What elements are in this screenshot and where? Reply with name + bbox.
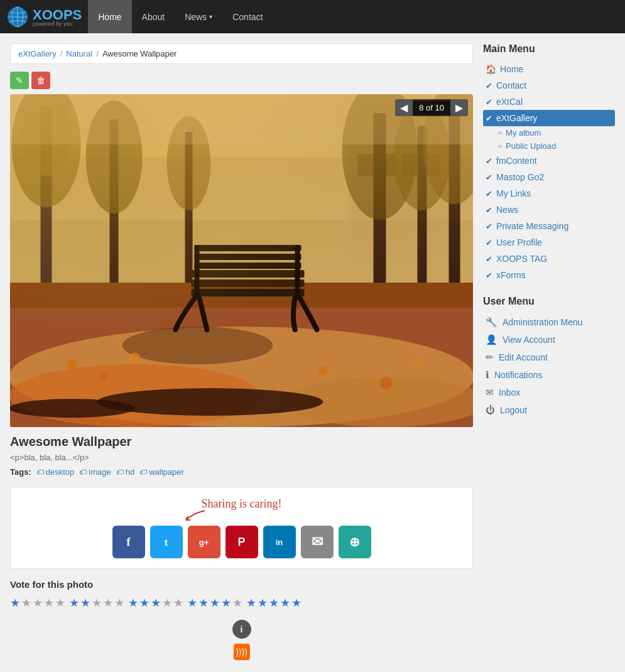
nav-contact[interactable]: Contact	[222, 0, 273, 33]
menu-label-mastop: Mastop Go2	[496, 172, 544, 182]
tag-image[interactable]: 🏷 image	[79, 467, 111, 477]
next-image-button[interactable]: ▶	[450, 99, 468, 116]
sub-item-myalbum[interactable]: ○ My album	[496, 126, 615, 139]
star-5-1[interactable]: ★	[246, 596, 256, 610]
user-menu-notifications[interactable]: ℹ Notifications	[483, 366, 615, 384]
breadcrumb-natural[interactable]: Natural	[66, 49, 92, 58]
menu-item-mylinks[interactable]: ✔ My Links	[483, 185, 615, 202]
star-2-4[interactable]: ★	[103, 596, 113, 610]
photo-info: Awesome Wallpaper <p>bla, bla, bla...</p…	[10, 435, 473, 477]
info-button[interactable]: i	[232, 620, 251, 639]
star-group-5: ★ ★ ★ ★ ★	[246, 596, 302, 610]
star-3-5[interactable]: ★	[173, 596, 183, 610]
user-menu-viewaccount[interactable]: 👤 View Account	[483, 331, 615, 349]
user-menu-logout[interactable]: ⏻ Logout	[483, 401, 615, 418]
edit-button[interactable]: ✎	[10, 72, 29, 89]
menu-item-xforms[interactable]: ✔ xForms	[483, 267, 615, 283]
svg-rect-19	[374, 113, 386, 314]
prev-image-button[interactable]: ◀	[395, 99, 413, 116]
share-more-button[interactable]: ⊕	[339, 526, 371, 558]
user-menu-list: 🔧 Administration Menu 👤 View Account ✏ E…	[483, 313, 615, 418]
share-twitter-button[interactable]: t	[150, 526, 183, 558]
home-icon: 🏠	[486, 64, 496, 74]
star-4-3[interactable]: ★	[210, 596, 220, 610]
star-3-4[interactable]: ★	[162, 596, 172, 610]
star-3-3[interactable]: ★	[151, 596, 161, 610]
star-4-5[interactable]: ★	[232, 596, 242, 610]
nav-news[interactable]: News ▾	[175, 0, 222, 33]
nav-about[interactable]: About	[132, 0, 175, 33]
nav-home[interactable]: Home	[88, 0, 131, 33]
share-email-button[interactable]: ✉	[301, 526, 334, 558]
star-1-2[interactable]: ★	[21, 596, 31, 610]
star-5-2[interactable]: ★	[258, 596, 268, 610]
share-linkedin-button[interactable]: in	[263, 526, 296, 558]
star-4-1[interactable]: ★	[187, 596, 197, 610]
menu-label-userprofile: User Profile	[496, 237, 542, 247]
admin-icon: 🔧	[486, 317, 497, 328]
stars-row: ★ ★ ★ ★ ★ ★ ★ ★ ★ ★ ★ ★ ★	[10, 596, 473, 610]
menu-item-news[interactable]: ✔ News	[483, 202, 615, 218]
user-menu-editaccount[interactable]: ✏ Edit Account	[483, 349, 615, 366]
svg-rect-26	[10, 308, 473, 427]
star-4-4[interactable]: ★	[221, 596, 231, 610]
star-1-4[interactable]: ★	[44, 596, 54, 610]
menu-label-contact: Contact	[496, 80, 526, 90]
tag-wallpaper[interactable]: 🏷 wallpaper	[139, 467, 184, 477]
svg-rect-11	[424, 154, 440, 176]
user-menu-admin[interactable]: 🔧 Administration Menu	[483, 313, 615, 331]
svg-rect-23	[449, 113, 460, 308]
menu-item-contact[interactable]: ✔ Contact	[483, 77, 615, 94]
share-google-button[interactable]: g+	[188, 526, 220, 558]
rss-button[interactable]: ))))	[234, 644, 250, 660]
star-5-5[interactable]: ★	[291, 596, 302, 610]
menu-item-fmcontent[interactable]: ✔ fmContent	[483, 153, 615, 169]
user-menu-label-logout: Logout	[500, 405, 527, 415]
share-pinterest-button[interactable]: P	[226, 526, 258, 558]
menu-item-xoopstag[interactable]: ✔ XOOPS TAG	[483, 251, 615, 267]
star-2-1[interactable]: ★	[69, 596, 79, 610]
user-menu-inbox[interactable]: ✉ Inbox	[483, 384, 615, 401]
breadcrumb-extgallery[interactable]: eXtGallery	[18, 49, 57, 58]
menu-label-extgallery: eXtGallery	[496, 113, 537, 123]
star-5-3[interactable]: ★	[269, 596, 279, 610]
star-2-2[interactable]: ★	[80, 596, 90, 610]
share-facebook-button[interactable]: f	[112, 526, 145, 558]
star-3-2[interactable]: ★	[139, 596, 149, 610]
main-photo	[10, 94, 473, 427]
star-4-2[interactable]: ★	[198, 596, 209, 610]
vote-title: Vote for this photo	[10, 579, 473, 590]
menu-item-extgallery[interactable]: ✔ eXtGallery	[483, 110, 615, 126]
extgallery-sub-menu: ○ My album ○ Public Upload	[483, 126, 615, 153]
star-group-3: ★ ★ ★ ★ ★	[128, 596, 183, 610]
svg-rect-39	[195, 245, 200, 298]
sharing-section: Sharing is caring! f t g+ P in ✉ ⊕	[10, 487, 473, 569]
menu-item-privatemsg[interactable]: ✔ Private Messaging	[483, 218, 615, 234]
main-menu-list: 🏠 Home ✔ Contact ✔ eXtCal ✔ eXtGallery	[483, 61, 615, 283]
menu-item-extcal[interactable]: ✔ eXtCal	[483, 94, 615, 110]
svg-rect-33	[192, 289, 305, 296]
star-1-1[interactable]: ★	[10, 596, 20, 610]
tag-desktop[interactable]: 🏷 desktop	[36, 467, 75, 477]
svg-rect-15	[110, 119, 119, 308]
star-3-1[interactable]: ★	[128, 596, 138, 610]
svg-point-14	[21, 94, 72, 176]
star-1-5[interactable]: ★	[55, 596, 65, 610]
tag-hd[interactable]: 🏷 hd	[116, 467, 134, 477]
menu-item-userprofile[interactable]: ✔ User Profile	[483, 234, 615, 251]
menu-item-home[interactable]: 🏠 Home	[483, 61, 615, 77]
star-1-3[interactable]: ★	[33, 596, 43, 610]
tag-icon-desktop: 🏷	[36, 468, 44, 477]
svg-point-27	[10, 327, 473, 427]
star-2-5[interactable]: ★	[114, 596, 124, 610]
menu-item-mastop[interactable]: ✔ Mastop Go2	[483, 169, 615, 185]
editaccount-icon: ✏	[486, 352, 494, 363]
star-2-3[interactable]: ★	[92, 596, 102, 610]
delete-button[interactable]: 🗑	[31, 72, 50, 89]
brand-name: XOOPS	[33, 7, 82, 23]
sub-item-publicupload[interactable]: ○ Public Upload	[496, 139, 615, 153]
photo-svg	[10, 94, 473, 427]
logo-globe-icon	[6, 6, 29, 28]
star-5-4[interactable]: ★	[280, 596, 290, 610]
page-wrap: eXtGallery / Natural / Awesome Wallpaper…	[0, 33, 625, 672]
